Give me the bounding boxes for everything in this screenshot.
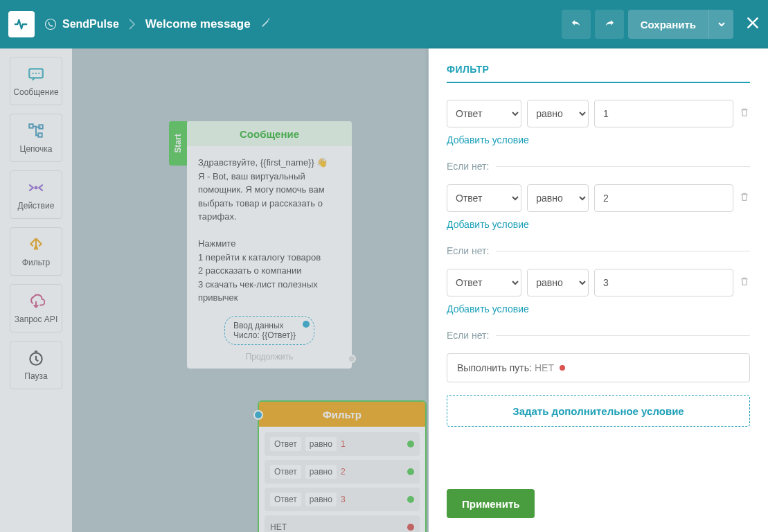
value-input[interactable] [594, 184, 733, 212]
filter-op: равно [305, 493, 337, 506]
apply-button[interactable]: Применить [447, 489, 535, 518]
message-node[interactable]: Сообщение Здравствуйте, {{first_name}} 👋… [187, 121, 352, 369]
tool-label: Пауза [24, 371, 47, 381]
execute-path-value: НЕТ [535, 362, 554, 373]
delete-condition-button[interactable] [739, 191, 750, 205]
filter-field: Ответ [270, 437, 301, 451]
save-button[interactable]: Сохранить [628, 10, 708, 39]
operator-select[interactable]: равно [527, 100, 589, 127]
operator-select[interactable]: равно [527, 269, 589, 296]
message-line: 2 рассказать о компании [198, 264, 341, 278]
tool-label: Сообщение [13, 87, 58, 97]
svg-point-0 [46, 19, 56, 30]
output-port-icon[interactable] [407, 496, 414, 503]
delete-condition-button[interactable] [739, 276, 750, 290]
svg-point-3 [35, 73, 37, 74]
tool-pause[interactable]: Пауза [10, 341, 62, 389]
tool-filter[interactable]: Фильтр [10, 227, 62, 276]
svg-rect-5 [29, 124, 33, 127]
filter-op: равно [305, 437, 337, 451]
add-extra-condition-button[interactable]: Задать дополнительное условие [447, 395, 750, 427]
field-select[interactable]: Ответ [447, 100, 521, 127]
filter-row[interactable]: Ответ равно 3 [265, 488, 420, 511]
filter-val: 2 [341, 467, 346, 477]
filter-row-no[interactable]: НЕТ [265, 515, 420, 532]
operator-select[interactable]: равно [527, 184, 589, 212]
redo-button[interactable] [595, 10, 624, 39]
field-select[interactable]: Ответ [447, 184, 521, 212]
pulse-icon [14, 17, 29, 32]
start-tag: Start [169, 121, 187, 166]
panel-title: ФИЛЬТР [447, 64, 750, 83]
svg-point-4 [38, 73, 39, 74]
field-select[interactable]: Ответ [447, 269, 521, 296]
output-port-icon[interactable] [303, 321, 310, 328]
execute-path-label: Выполнить путь: [457, 362, 532, 373]
undo-button[interactable] [562, 10, 591, 39]
else-divider: Если нет: [447, 245, 750, 256]
delete-condition-button[interactable] [739, 107, 750, 121]
tool-label: Цепочка [20, 144, 53, 154]
svg-point-2 [33, 73, 34, 74]
trash-icon [739, 107, 750, 118]
tool-sidebar: Сообщение Цепочка Действие Фильтр Запрос… [0, 48, 72, 532]
api-icon [27, 292, 45, 310]
message-icon [27, 65, 45, 83]
filter-no-label: НЕТ [270, 522, 287, 532]
pause-icon [27, 349, 45, 367]
output-port-icon[interactable] [348, 355, 356, 363]
output-port-icon[interactable] [407, 441, 414, 447]
input-chip-sub: Число: {{Ответ}} [233, 330, 305, 340]
filter-field: Ответ [270, 493, 301, 506]
continue-label[interactable]: Продолжить [187, 349, 352, 369]
start-label: Start [173, 134, 183, 152]
output-port-icon[interactable] [407, 468, 414, 475]
tool-label: Действие [18, 201, 55, 211]
close-button[interactable] [746, 16, 760, 33]
tool-label: Запрос API [15, 314, 57, 324]
add-condition-link[interactable]: Добавить условие [447, 303, 750, 314]
value-input[interactable] [594, 100, 733, 127]
chain-icon [27, 122, 45, 140]
input-data-chip[interactable]: Ввод данных Число: {{Ответ}} [224, 316, 314, 345]
else-divider: Если нет: [447, 330, 750, 341]
tool-action[interactable]: Действие [10, 170, 62, 219]
action-icon [27, 179, 45, 197]
chevron-down-icon [718, 22, 725, 26]
trash-icon [739, 191, 750, 202]
filter-row[interactable]: Ответ равно 2 [265, 460, 420, 484]
tool-label: Фильтр [22, 258, 50, 267]
else-divider: Если нет: [447, 161, 750, 172]
breadcrumb-arrow-icon [122, 0, 143, 48]
app-logo [8, 11, 35, 37]
status-dot-icon [560, 365, 565, 371]
filter-icon [27, 236, 45, 254]
edit-title-button[interactable] [260, 17, 271, 31]
add-condition-link[interactable]: Добавить условие [447, 219, 750, 230]
message-line: 1 перейти к каталогу товаров [198, 251, 341, 265]
tool-chain[interactable]: Цепочка [10, 114, 62, 162]
add-condition-link[interactable]: Добавить условие [447, 134, 750, 145]
value-input[interactable] [594, 269, 733, 296]
trash-icon [739, 276, 750, 287]
save-group: Сохранить [628, 10, 733, 39]
filter-row[interactable]: Ответ равно 1 [265, 432, 420, 456]
pencil-icon [260, 17, 271, 28]
save-dropdown-button[interactable] [708, 10, 733, 39]
message-node-body: Здравствуйте, {{first_name}} 👋 Я - Bot, … [187, 146, 352, 310]
input-port-icon[interactable] [253, 410, 263, 420]
filter-val: 1 [341, 439, 346, 449]
tool-message[interactable]: Сообщение [10, 57, 62, 105]
filter-node[interactable]: Фильтр Ответ равно 1 Ответ равно 2 Ответ… [258, 400, 427, 532]
redo-icon [603, 18, 616, 30]
output-port-icon[interactable] [407, 524, 414, 531]
svg-rect-7 [38, 133, 42, 136]
filter-val: 3 [341, 495, 346, 504]
execute-path-box[interactable]: Выполнить путь: НЕТ [447, 353, 750, 382]
tool-api[interactable]: Запрос API [10, 284, 62, 332]
filter-panel: ФИЛЬТР Ответ равно Добавить условие Если… [429, 48, 768, 532]
filter-field: Ответ [270, 465, 301, 479]
message-line: 3 скачать чек-лист полезных привычек [198, 278, 341, 305]
filter-op: равно [305, 465, 337, 479]
brand-name: SendPulse [62, 18, 119, 30]
